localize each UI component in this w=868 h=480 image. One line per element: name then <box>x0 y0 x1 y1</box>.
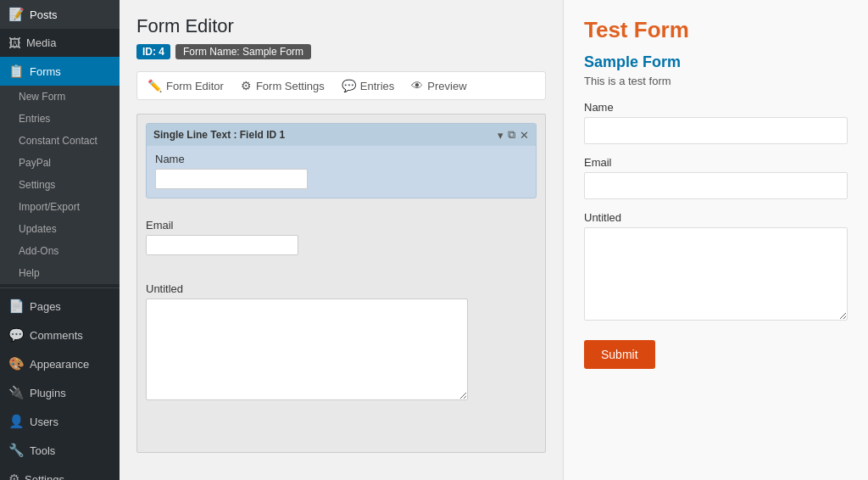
badge-id: ID: 4 <box>136 44 170 59</box>
preview-description: This is a test form <box>584 75 848 87</box>
sidebar-item-appearance[interactable]: 🎨 Appearance <box>0 349 120 378</box>
sidebar-item-forms[interactable]: 📋 Forms <box>0 57 120 86</box>
email-field-label: Email <box>146 219 537 232</box>
preview-untitled-field: Untitled <box>584 211 848 323</box>
preview-tab-icon: 👁 <box>411 79 423 92</box>
email-field-input[interactable] <box>146 235 298 255</box>
untitled-field-label: Untitled <box>146 282 537 295</box>
active-field-block: Single Line Text : Field ID 1 ▾ ⧉ ✕ Name <box>146 123 537 198</box>
plugins-icon: 🔌 <box>8 385 25 400</box>
sidebar-item-paypal[interactable]: PayPal <box>0 152 120 174</box>
pages-icon: 📄 <box>8 299 25 314</box>
tab-bar: ✏️ Form Editor ⚙ Form Settings 💬 Entries… <box>136 71 546 100</box>
sidebar-item-help[interactable]: Help <box>0 262 120 284</box>
preview-name-input[interactable] <box>584 117 848 144</box>
sidebar-item-updates[interactable]: Updates <box>0 218 120 240</box>
sidebar-item-settings[interactable]: Settings <box>0 174 120 196</box>
tab-preview[interactable]: 👁 Preview <box>411 79 466 92</box>
preview-panel: Test Form Sample Form This is a test for… <box>563 0 868 480</box>
tools-icon: 🔧 <box>8 443 25 458</box>
untitled-field-standalone: Untitled <box>146 276 537 410</box>
settings-icon: ⚙ <box>8 472 19 480</box>
sidebar-item-posts[interactable]: 📝 Posts <box>0 0 120 29</box>
preview-email-field: Email <box>584 156 848 199</box>
field-delete-icon[interactable]: ✕ <box>520 129 529 142</box>
submit-button[interactable]: Submit <box>584 340 655 369</box>
email-field-block: Email <box>146 212 537 262</box>
field-content: Name <box>147 146 536 198</box>
form-editor-tab-icon: ✏️ <box>147 79 162 92</box>
field-dropdown-icon[interactable]: ▾ <box>498 129 504 142</box>
sidebar-item-import-export[interactable]: Import/Export <box>0 196 120 218</box>
field-header-icons: ▾ ⧉ ✕ <box>498 128 529 142</box>
title-badges: ID: 4 Form Name: Sample Form <box>136 44 546 59</box>
untitled-textarea[interactable] <box>146 299 468 400</box>
sidebar: 📝 Posts 🖼 Media 📋 Forms New Form Entries… <box>0 0 120 480</box>
comments-icon: 💬 <box>8 327 25 343</box>
forms-icon: 📋 <box>8 64 25 79</box>
preview-title: Test Form <box>584 17 848 43</box>
sidebar-item-entries[interactable]: Entries <box>0 108 120 130</box>
page-title: Form Editor <box>136 15 546 37</box>
preview-name-field: Name <box>584 101 848 144</box>
appearance-icon: 🎨 <box>8 356 25 371</box>
preview-name-label: Name <box>584 101 848 114</box>
sidebar-item-media[interactable]: 🖼 Media <box>0 29 120 57</box>
field-header: Single Line Text : Field ID 1 ▾ ⧉ ✕ <box>147 124 536 146</box>
preview-form-title: Sample Form <box>584 53 848 71</box>
form-settings-tab-icon: ⚙ <box>241 79 252 92</box>
tab-entries[interactable]: 💬 Entries <box>342 79 394 92</box>
preview-email-label: Email <box>584 156 848 169</box>
users-icon: 👤 <box>8 414 25 429</box>
untitled-field-block: Untitled <box>146 276 537 410</box>
tab-form-editor[interactable]: ✏️ Form Editor <box>147 79 224 92</box>
field-name-label: Name <box>155 153 527 165</box>
sidebar-item-add-ons[interactable]: Add-Ons <box>0 240 120 262</box>
preview-untitled-label: Untitled <box>584 211 848 224</box>
field-copy-icon[interactable]: ⧉ <box>508 128 515 142</box>
sidebar-item-pages[interactable]: 📄 Pages <box>0 292 120 321</box>
entries-tab-icon: 💬 <box>342 79 356 92</box>
field-header-title: Single Line Text : Field ID 1 <box>153 129 285 141</box>
email-field-standalone: Email <box>146 212 537 262</box>
posts-icon: 📝 <box>8 7 25 22</box>
tab-form-settings[interactable]: ⚙ Form Settings <box>241 79 325 92</box>
main-content: Form Editor ID: 4 Form Name: Sample Form… <box>120 0 563 480</box>
sidebar-item-tools[interactable]: 🔧 Tools <box>0 436 120 465</box>
divider <box>0 287 120 288</box>
sidebar-item-users[interactable]: 👤 Users <box>0 407 120 436</box>
preview-email-input[interactable] <box>584 172 848 199</box>
form-editor-area: Single Line Text : Field ID 1 ▾ ⧉ ✕ Name… <box>136 114 546 453</box>
sidebar-item-comments[interactable]: 💬 Comments <box>0 321 120 349</box>
sidebar-item-constant-contact[interactable]: Constant Contact <box>0 130 120 152</box>
sidebar-submenu-forms: New Form Entries Constant Contact PayPal… <box>0 86 120 284</box>
sidebar-item-new-form[interactable]: New Form <box>0 86 120 108</box>
badge-name: Form Name: Sample Form <box>175 44 311 59</box>
preview-untitled-textarea[interactable] <box>584 227 848 321</box>
sidebar-item-plugins[interactable]: 🔌 Plugins <box>0 378 120 407</box>
media-icon: 🖼 <box>8 36 21 50</box>
sidebar-item-settings2[interactable]: ⚙ Settings <box>0 465 120 480</box>
field-name-input[interactable] <box>155 169 308 189</box>
